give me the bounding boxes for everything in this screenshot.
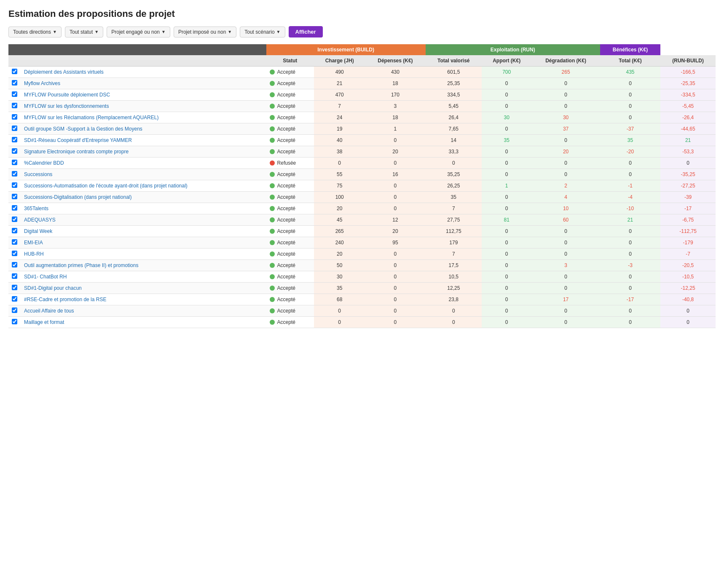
table-row: MYFLOW Poursuite déploiement DSCAccepté4… [8,89,716,101]
row-checkbox[interactable] [12,239,17,245]
row-checkbox[interactable] [12,103,17,108]
project-name[interactable]: Successions [21,169,266,180]
total-run-value: 0 [600,158,660,169]
page-title: Estimation des propositions de projet [8,8,716,19]
apport-value: 35 [482,135,531,146]
row-checkbox[interactable] [12,194,17,199]
run-build-value: -179 [660,237,716,249]
row-checkbox[interactable] [12,126,17,131]
total-run-value: 0 [600,283,660,294]
filter-statut[interactable]: Tout statut ▼ [65,27,103,37]
depenses-value: 3 [365,101,425,112]
green-status-icon [270,138,275,143]
row-checkbox[interactable] [12,216,17,222]
row-checkbox[interactable] [12,69,17,74]
total-run-value: -4 [600,192,660,203]
project-name[interactable]: EMI-EIA [21,237,266,249]
project-name[interactable]: SD#1-Digital pour chacun [21,283,266,294]
project-name[interactable]: SD#1-Réseau Coopératif d'Entreprise YAMM… [21,135,266,146]
row-checkbox[interactable] [12,319,17,324]
filter-directions[interactable]: Toutes directions ▼ [8,27,62,37]
green-status-icon [270,81,275,86]
project-name[interactable]: Successions-Digitalisation (dans projet … [21,192,266,203]
total-run-header: Total (K€) [600,55,660,67]
row-checkbox[interactable] [12,285,17,290]
apport-value: 0 [482,203,531,214]
project-name[interactable]: #RSE-Cadre et promotion de la RSE [21,294,266,305]
run-build-value: -10,5 [660,271,716,283]
project-name[interactable]: MYFLOW Poursuite déploiement DSC [21,89,266,101]
project-name[interactable]: HUB-RH [21,249,266,260]
project-name[interactable]: 365Talents [21,203,266,214]
project-name[interactable]: MYFLOW sur les Réclamations (Remplacemen… [21,112,266,123]
table-row: Digital WeekAccepté26520112,75000-112,75 [8,226,716,237]
table-row: SD#1- ChatBot RHAccepté30010,5000-10,5 [8,271,716,283]
charge-value: 265 [314,226,365,237]
run-build-value: 21 [660,135,716,146]
project-name[interactable]: Signature Electronique contrats compte p… [21,146,266,158]
charge-value: 24 [314,112,365,123]
project-name[interactable]: Myflow Archives [21,78,266,89]
apport-value: 0 [482,192,531,203]
row-checkbox[interactable] [12,182,17,188]
total-valorise-value: 23,8 [426,294,482,305]
row-checkbox[interactable] [12,114,17,120]
project-name[interactable]: Digital Week [21,226,266,237]
table-row: MYFLOW sur les dysfonctionnementsAccepté… [8,101,716,112]
project-name[interactable]: %Calendrier BDD [21,158,266,169]
depenses-value: 0 [365,192,425,203]
exploit-header: Exploitation (RUN) [426,44,600,55]
row-checkbox[interactable] [12,137,17,142]
green-status-icon [270,308,275,313]
apport-value: 0 [482,305,531,317]
total-run-value: -3 [600,260,660,271]
project-statut: Accepté [266,237,314,249]
filter-engage[interactable]: Projet engagé ou non ▼ [107,27,170,37]
filter-scenario[interactable]: Tout scénario ▼ [240,27,285,37]
row-checkbox[interactable] [12,228,17,233]
row-checkbox[interactable] [12,273,17,279]
statut-header: Statut [266,55,314,67]
project-name[interactable]: Successions-Automatisation de l'écoute a… [21,180,266,192]
row-checkbox[interactable] [12,205,17,211]
project-name[interactable]: Outil groupe SGM -Support à la Gestion d… [21,123,266,135]
project-name[interactable]: ADEQUASYS [21,214,266,226]
row-checkbox[interactable] [12,262,17,267]
project-name[interactable]: SD#1- ChatBot RH [21,271,266,283]
degradation-value: 0 [531,89,600,101]
degradation-value: 0 [531,305,600,317]
project-statut: Accepté [266,294,314,305]
charge-value: 240 [314,237,365,249]
apport-value: 0 [482,317,531,328]
row-checkbox[interactable] [12,307,17,313]
table-row: #RSE-Cadre et promotion de la RSEAccepté… [8,294,716,305]
filter-impose[interactable]: Projet imposé ou non ▼ [174,27,236,37]
run-build-value: 0 [660,317,716,328]
row-checkbox[interactable] [12,251,17,256]
project-name[interactable]: Déploiement des Assistants virtuels [21,67,266,78]
charge-value: 20 [314,203,365,214]
total-valorise-value: 12,25 [426,283,482,294]
charge-value: 7 [314,101,365,112]
row-checkbox[interactable] [12,296,17,302]
green-status-icon [270,104,275,109]
total-run-value: 35 [600,135,660,146]
project-name[interactable]: MYFLOW sur les dysfonctionnements [21,101,266,112]
afficher-button[interactable]: Afficher [289,26,323,37]
project-name[interactable]: Accueil Affaire de tous [21,305,266,317]
depenses-value: 0 [365,260,425,271]
depenses-value: 0 [365,294,425,305]
total-run-value: 21 [600,214,660,226]
total-valorise-value: 0 [426,305,482,317]
run-build-value: -7 [660,249,716,260]
depenses-value: 0 [365,317,425,328]
degradation-value: 60 [531,214,600,226]
row-checkbox[interactable] [12,148,17,154]
row-checkbox[interactable] [12,160,17,165]
chevron-down-icon: ▼ [53,29,57,34]
project-name[interactable]: Maillage et format [21,317,266,328]
project-name[interactable]: Outil augmentation primes (Phase II) et … [21,260,266,271]
row-checkbox[interactable] [12,171,17,176]
row-checkbox[interactable] [12,80,17,86]
row-checkbox[interactable] [12,91,17,97]
